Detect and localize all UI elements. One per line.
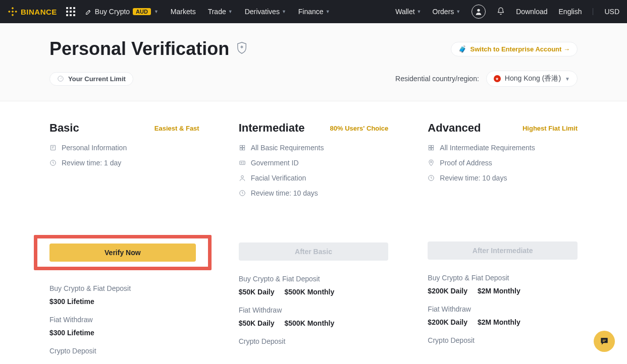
briefcase-icon: 🧳 <box>458 45 466 53</box>
limit-values: $300 Lifetime <box>49 297 199 306</box>
nav-finance[interactable]: Finance▼ <box>298 8 330 16</box>
after-basic-button: After Basic <box>239 242 389 261</box>
currency-badge: AUD <box>133 8 151 15</box>
limit-values: $300 Lifetime <box>49 329 199 337</box>
nav-orders[interactable]: Orders▼ <box>433 8 461 16</box>
svg-point-14 <box>241 162 242 163</box>
nav-markets[interactable]: Markets <box>171 8 196 16</box>
brand-text: BINANCE <box>21 8 57 16</box>
nav-left: Buy Crypto AUD ▼ Markets Trade▼ Derivati… <box>85 8 330 16</box>
form-icon <box>49 144 57 151</box>
svg-point-21 <box>431 161 432 163</box>
tier-badge: 80% Users' Choice <box>330 125 389 132</box>
svg-point-5 <box>478 9 480 12</box>
svg-rect-9 <box>240 145 242 147</box>
limit-values: $50K Daily$500K Monthly <box>239 319 389 327</box>
after-intermediate-button: After Intermediate <box>428 241 578 260</box>
requirement: Proof of Address <box>428 159 578 167</box>
svg-rect-12 <box>242 148 244 150</box>
pin-icon <box>428 159 435 166</box>
chevron-down-icon: ▼ <box>417 9 422 14</box>
region-label: Residential country/region: <box>395 75 479 83</box>
top-nav: BINANCE Buy Crypto AUD ▼ Markets Trade▼ … <box>0 0 627 23</box>
region-select[interactable]: ★ Hong Kong (香港) ▼ <box>486 71 578 87</box>
face-icon <box>239 174 246 181</box>
svg-rect-17 <box>429 145 431 147</box>
tier-badge: Easiest & Fast <box>154 125 199 132</box>
clock-icon <box>428 174 435 181</box>
nav-derivatives[interactable]: Derivatives▼ <box>245 8 286 16</box>
svg-rect-11 <box>240 148 242 150</box>
id-card-icon <box>239 159 246 166</box>
page-header: Personal Verification 🧳 Switch to Enterp… <box>0 23 627 101</box>
limit-label: Fiat Withdraw <box>428 305 578 313</box>
svg-rect-10 <box>242 145 244 147</box>
svg-rect-1 <box>12 14 14 16</box>
limit-label: Crypto Deposit <box>428 336 578 344</box>
requirement: Facial Verification <box>239 174 389 182</box>
limit-label: Buy Crypto & Fiat Deposit <box>428 274 578 282</box>
svg-rect-2 <box>8 11 11 13</box>
nav-trade[interactable]: Trade▼ <box>208 8 233 16</box>
current-limit-pill[interactable]: Your Current Limit <box>49 72 133 86</box>
region-selector-group: Residential country/region: ★ Hong Kong … <box>395 71 578 87</box>
shield-icon <box>236 41 247 56</box>
limit-label: Fiat Withdraw <box>49 316 199 324</box>
chat-icon <box>599 336 609 346</box>
limit-label: Buy Crypto & Fiat Deposit <box>239 275 389 283</box>
chevron-down-icon: ▼ <box>282 9 286 14</box>
verification-tiers: Basic Easiest & Fast Personal Informatio… <box>0 101 627 364</box>
user-avatar-icon[interactable] <box>472 5 486 19</box>
chat-fab[interactable] <box>594 331 615 352</box>
requirement: All Basic Requirements <box>239 144 389 152</box>
clock-icon <box>49 159 57 166</box>
tier-intermediate: Intermediate 80% Users' Choice All Basic… <box>239 122 389 360</box>
svg-rect-18 <box>432 145 434 147</box>
chevron-down-icon: ▼ <box>326 9 330 14</box>
requirement: Review time: 1 day <box>49 159 199 167</box>
svg-rect-19 <box>429 148 431 150</box>
tier-title: Advanced <box>428 122 481 135</box>
tier-title: Basic <box>49 122 79 135</box>
grid-icon <box>239 144 246 151</box>
svg-rect-7 <box>50 145 55 150</box>
svg-rect-0 <box>12 7 14 10</box>
tier-badge: Highest Fiat Limit <box>522 125 578 132</box>
flag-icon: ★ <box>494 75 501 82</box>
gauge-icon <box>57 75 64 82</box>
svg-point-15 <box>241 175 243 178</box>
verify-highlight-box: Verify Now <box>34 235 212 270</box>
requirement: Personal Information <box>49 144 199 152</box>
nav-right: Wallet▼ Orders▼ Download English USD <box>395 5 619 19</box>
nav-currency[interactable]: USD <box>604 8 619 16</box>
limit-values: $200K Daily$2M Monthly <box>428 287 578 295</box>
chevron-down-icon: ▼ <box>456 9 460 14</box>
page-title: Personal Verification <box>49 38 229 59</box>
binance-logo-icon <box>8 7 18 17</box>
apps-grid-icon[interactable] <box>66 7 75 16</box>
clock-icon <box>239 190 246 197</box>
edit-icon <box>85 9 92 15</box>
verify-now-button[interactable]: Verify Now <box>49 244 196 262</box>
nav-buy-crypto[interactable]: Buy Crypto AUD ▼ <box>85 8 159 16</box>
requirement: Review time: 10 days <box>239 189 389 197</box>
limit-label: Crypto Deposit <box>239 337 389 345</box>
grid-icon <box>428 144 435 151</box>
requirement: Review time: 10 days <box>428 174 578 182</box>
limit-values: $200K Daily$2M Monthly <box>428 318 578 326</box>
switch-enterprise-button[interactable]: 🧳 Switch to Enterprise Account → <box>451 42 578 56</box>
tier-title: Intermediate <box>239 122 305 135</box>
limit-label: Crypto Deposit <box>49 347 199 355</box>
limit-label: Fiat Withdraw <box>239 306 389 314</box>
tier-advanced: Advanced Highest Fiat Limit All Intermed… <box>428 122 578 360</box>
nav-wallet[interactable]: Wallet▼ <box>395 8 421 16</box>
chevron-down-icon: ▼ <box>154 9 159 14</box>
svg-rect-13 <box>239 161 245 165</box>
brand-logo[interactable]: BINANCE <box>8 7 57 17</box>
requirement: All Intermediate Requirements <box>428 144 578 152</box>
limit-label: Buy Crypto & Fiat Deposit <box>49 284 199 292</box>
notifications-icon[interactable] <box>497 7 505 17</box>
limit-values: $50K Daily$500K Monthly <box>239 288 389 296</box>
nav-download[interactable]: Download <box>516 8 547 16</box>
nav-language[interactable]: English <box>559 8 582 16</box>
